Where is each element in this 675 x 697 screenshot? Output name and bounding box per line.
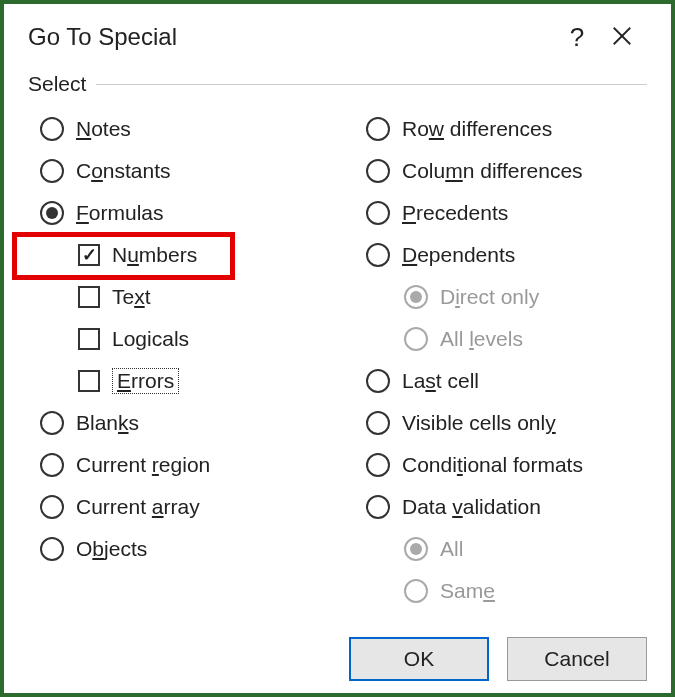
- radio-icon: [366, 243, 390, 267]
- radio-current-array[interactable]: Current array: [40, 486, 348, 528]
- radio-icon: [366, 411, 390, 435]
- checkbox-icon: [78, 244, 100, 266]
- radio-icon: [404, 579, 428, 603]
- radio-icon: [404, 537, 428, 561]
- radio-icon: [404, 327, 428, 351]
- select-legend: Select: [28, 72, 96, 96]
- radio-label: Precedents: [402, 201, 508, 225]
- radio-label: All levels: [440, 327, 523, 351]
- radio-formulas[interactable]: Formulas: [40, 192, 348, 234]
- radio-all-levels: All levels: [366, 318, 647, 360]
- cancel-button[interactable]: Cancel: [507, 637, 647, 681]
- radio-direct-only: Direct only: [366, 276, 647, 318]
- radio-label: Data validation: [402, 495, 541, 519]
- radio-row-differences[interactable]: Row differences: [366, 108, 647, 150]
- radio-all: All: [366, 528, 647, 570]
- radio-icon: [404, 285, 428, 309]
- radio-objects[interactable]: Objects: [40, 528, 348, 570]
- checkbox-label: Text: [112, 285, 151, 309]
- radio-label: Current region: [76, 453, 210, 477]
- checkbox-logicals[interactable]: Logicals: [40, 318, 348, 360]
- radio-label: Direct only: [440, 285, 539, 309]
- radio-label: Constants: [76, 159, 171, 183]
- checkbox-label: Logicals: [112, 327, 189, 351]
- help-button[interactable]: ?: [557, 22, 597, 53]
- checkbox-errors[interactable]: Errors: [40, 360, 348, 402]
- radio-same: Same: [366, 570, 647, 612]
- radio-icon: [40, 117, 64, 141]
- ok-button[interactable]: OK: [349, 637, 489, 681]
- radio-label: All: [440, 537, 463, 561]
- radio-icon: [40, 201, 64, 225]
- dialog-title: Go To Special: [28, 23, 557, 51]
- radio-icon: [366, 453, 390, 477]
- radio-label: Formulas: [76, 201, 164, 225]
- radio-icon: [366, 159, 390, 183]
- radio-conditional-formats[interactable]: Conditional formats: [366, 444, 647, 486]
- radio-last-cell[interactable]: Last cell: [366, 360, 647, 402]
- radio-icon: [40, 537, 64, 561]
- radio-visible-cells-only[interactable]: Visible cells only: [366, 402, 647, 444]
- radio-current-region[interactable]: Current region: [40, 444, 348, 486]
- checkbox-icon: [78, 286, 100, 308]
- radio-label: Same: [440, 579, 495, 603]
- close-icon: [611, 25, 633, 47]
- checkbox-icon: [78, 370, 100, 392]
- radio-icon: [40, 495, 64, 519]
- radio-column-differences[interactable]: Column differences: [366, 150, 647, 192]
- radio-label: Column differences: [402, 159, 583, 183]
- radio-icon: [366, 495, 390, 519]
- radio-label: Dependents: [402, 243, 515, 267]
- radio-label: Notes: [76, 117, 131, 141]
- radio-label: Conditional formats: [402, 453, 583, 477]
- radio-dependents[interactable]: Dependents: [366, 234, 647, 276]
- radio-label: Visible cells only: [402, 411, 556, 435]
- radio-data-validation[interactable]: Data validation: [366, 486, 647, 528]
- radio-precedents[interactable]: Precedents: [366, 192, 647, 234]
- radio-label: Last cell: [402, 369, 479, 393]
- radio-icon: [366, 117, 390, 141]
- close-button[interactable]: [597, 23, 647, 51]
- checkbox-icon: [78, 328, 100, 350]
- checkbox-label: Numbers: [112, 243, 197, 267]
- checkbox-text[interactable]: Text: [40, 276, 348, 318]
- radio-notes[interactable]: Notes: [40, 108, 348, 150]
- radio-icon: [366, 201, 390, 225]
- radio-constants[interactable]: Constants: [40, 150, 348, 192]
- radio-icon: [40, 411, 64, 435]
- radio-icon: [366, 369, 390, 393]
- radio-label: Row differences: [402, 117, 552, 141]
- radio-label: Current array: [76, 495, 200, 519]
- radio-blanks[interactable]: Blanks: [40, 402, 348, 444]
- radio-label: Objects: [76, 537, 147, 561]
- radio-icon: [40, 159, 64, 183]
- radio-label: Blanks: [76, 411, 139, 435]
- checkbox-label: Errors: [112, 368, 179, 394]
- divider: [96, 84, 647, 85]
- checkbox-numbers[interactable]: Numbers: [40, 234, 348, 276]
- radio-icon: [40, 453, 64, 477]
